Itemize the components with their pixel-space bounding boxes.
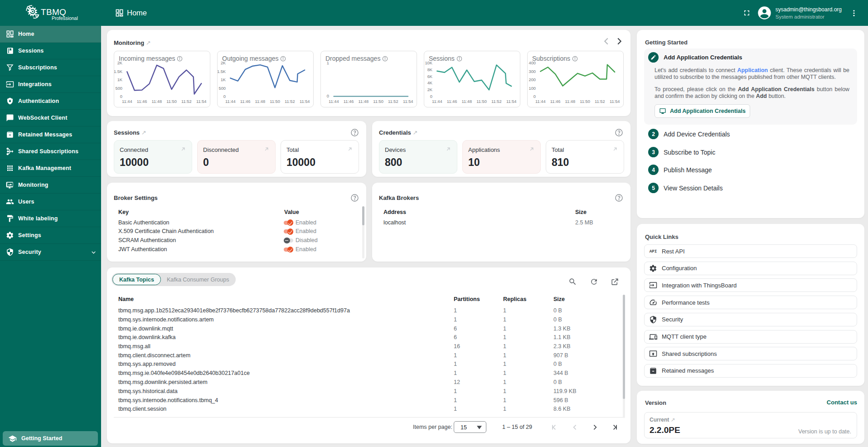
svg-text:11:44: 11:44 — [329, 99, 339, 104]
svg-text:0: 0 — [120, 94, 122, 99]
svg-text:11:52: 11:52 — [388, 99, 398, 104]
svg-text:2K: 2K — [117, 61, 123, 65]
svg-text:1.5K: 1.5K — [218, 69, 226, 74]
svg-text:10K: 10K — [425, 61, 432, 65]
svg-text:11:48: 11:48 — [565, 99, 576, 104]
svg-text:0: 0 — [223, 94, 226, 99]
svg-text:11:44: 11:44 — [122, 99, 132, 104]
svg-text:11:54: 11:54 — [196, 99, 207, 104]
svg-text:0: 0 — [327, 94, 329, 98]
svg-text:11:54: 11:54 — [610, 99, 620, 104]
svg-text:11:48: 11:48 — [152, 99, 162, 104]
svg-text:11:52: 11:52 — [491, 99, 502, 104]
svg-text:API: API — [650, 249, 657, 254]
svg-text:11:52: 11:52 — [595, 99, 605, 104]
svg-text:11:50: 11:50 — [166, 99, 177, 104]
svg-text:1: 1 — [327, 61, 329, 65]
svg-text:200: 200 — [529, 78, 536, 82]
svg-text:11:48: 11:48 — [359, 99, 369, 104]
svg-text:4K: 4K — [427, 81, 433, 85]
svg-text:0: 0 — [533, 94, 536, 99]
svg-text:11:48: 11:48 — [462, 99, 472, 104]
svg-text:300: 300 — [529, 69, 536, 74]
svg-text:11:46: 11:46 — [447, 99, 457, 104]
svg-text:11:44: 11:44 — [432, 99, 442, 104]
svg-text:11:54: 11:54 — [506, 99, 517, 104]
svg-text:11:44: 11:44 — [225, 99, 236, 104]
svg-text:1K: 1K — [221, 78, 226, 82]
svg-text:6K: 6K — [427, 74, 433, 79]
svg-text:2K: 2K — [221, 61, 226, 65]
svg-text:500: 500 — [115, 86, 122, 91]
svg-text:11:54: 11:54 — [403, 99, 413, 104]
svg-text:11:46: 11:46 — [240, 99, 251, 104]
svg-text:8K: 8K — [427, 68, 433, 72]
svg-text:11:52: 11:52 — [181, 99, 192, 104]
svg-text:500: 500 — [218, 86, 226, 91]
svg-text:11:50: 11:50 — [580, 99, 590, 104]
svg-text:11:46: 11:46 — [137, 99, 147, 104]
svg-text:11:50: 11:50 — [373, 99, 383, 104]
svg-text:11:52: 11:52 — [285, 99, 295, 104]
svg-text:11:50: 11:50 — [476, 99, 487, 104]
svg-text:1.5K: 1.5K — [114, 69, 123, 74]
svg-text:100: 100 — [529, 86, 536, 91]
svg-text:11:46: 11:46 — [344, 99, 354, 104]
svg-text:11:44: 11:44 — [535, 99, 546, 104]
svg-text:11:50: 11:50 — [270, 99, 280, 104]
svg-text:2K: 2K — [427, 87, 433, 92]
svg-text:1K: 1K — [117, 78, 123, 82]
svg-text:11:48: 11:48 — [255, 99, 266, 104]
svg-text:Professional: Professional — [52, 15, 78, 21]
svg-text:11:46: 11:46 — [550, 99, 561, 104]
svg-text:11:54: 11:54 — [300, 99, 310, 104]
svg-text:400: 400 — [529, 61, 536, 65]
svg-text:0: 0 — [430, 94, 432, 99]
